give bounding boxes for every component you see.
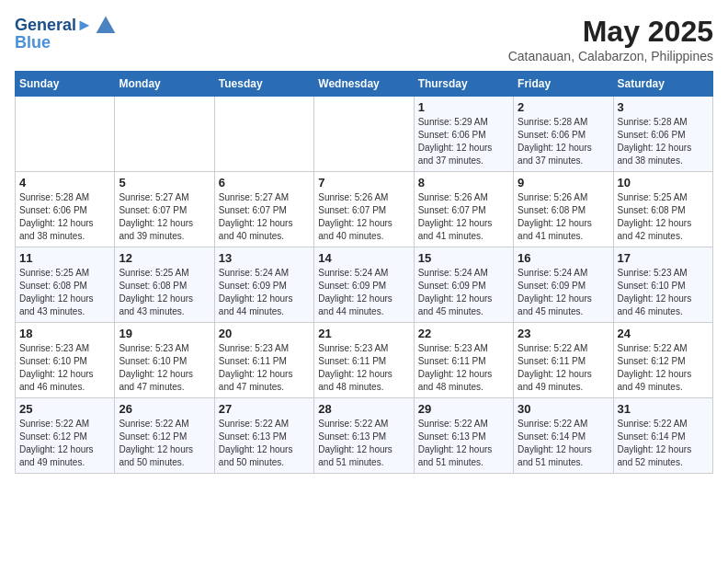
calendar-cell: 6Sunrise: 5:27 AM Sunset: 6:07 PM Daylig… <box>214 172 313 247</box>
day-number: 6 <box>219 176 310 190</box>
day-number: 9 <box>518 176 609 190</box>
calendar-header-row: SundayMondayTuesdayWednesdayThursdayFrid… <box>16 72 713 97</box>
day-info: Sunrise: 5:27 AM Sunset: 6:07 PM Dayligh… <box>219 191 310 243</box>
day-number: 5 <box>119 176 210 190</box>
column-header-friday: Friday <box>514 72 613 97</box>
calendar-cell: 3Sunrise: 5:28 AM Sunset: 6:06 PM Daylig… <box>613 97 712 172</box>
title-area: May 2025 Catanauan, Calabarzon, Philippi… <box>508 15 713 63</box>
day-number: 23 <box>518 327 609 340</box>
calendar-cell: 22Sunrise: 5:23 AM Sunset: 6:11 PM Dayli… <box>414 323 513 398</box>
day-info: Sunrise: 5:24 AM Sunset: 6:09 PM Dayligh… <box>219 267 310 318</box>
calendar-cell: 31Sunrise: 5:22 AM Sunset: 6:14 PM Dayli… <box>613 398 712 474</box>
day-number: 10 <box>618 176 709 190</box>
day-info: Sunrise: 5:22 AM Sunset: 6:12 PM Dayligh… <box>618 342 709 394</box>
calendar-table: SundayMondayTuesdayWednesdayThursdayFrid… <box>15 71 713 474</box>
day-number: 26 <box>119 402 210 416</box>
day-number: 1 <box>418 100 509 114</box>
calendar-cell: 20Sunrise: 5:23 AM Sunset: 6:11 PM Dayli… <box>214 323 313 398</box>
day-info: Sunrise: 5:23 AM Sunset: 6:11 PM Dayligh… <box>318 342 409 394</box>
calendar-cell: 25Sunrise: 5:22 AM Sunset: 6:12 PM Dayli… <box>16 398 115 474</box>
day-info: Sunrise: 5:26 AM Sunset: 6:08 PM Dayligh… <box>518 191 609 243</box>
column-header-wednesday: Wednesday <box>314 72 414 97</box>
day-number: 25 <box>19 402 110 416</box>
calendar-cell: 15Sunrise: 5:24 AM Sunset: 6:09 PM Dayli… <box>414 247 513 323</box>
calendar-cell <box>115 97 214 172</box>
day-number: 31 <box>618 402 709 416</box>
calendar-cell: 19Sunrise: 5:23 AM Sunset: 6:10 PM Dayli… <box>115 323 214 398</box>
calendar-week-row: 4Sunrise: 5:28 AM Sunset: 6:06 PM Daylig… <box>16 172 713 247</box>
logo: General► Blue <box>15 15 117 52</box>
calendar-cell: 27Sunrise: 5:22 AM Sunset: 6:13 PM Dayli… <box>214 398 313 474</box>
day-info: Sunrise: 5:28 AM Sunset: 6:06 PM Dayligh… <box>618 116 709 167</box>
calendar-week-row: 18Sunrise: 5:23 AM Sunset: 6:10 PM Dayli… <box>16 323 713 398</box>
day-number: 20 <box>219 327 310 340</box>
day-info: Sunrise: 5:23 AM Sunset: 6:11 PM Dayligh… <box>219 342 310 394</box>
calendar-cell: 11Sunrise: 5:25 AM Sunset: 6:08 PM Dayli… <box>16 247 115 323</box>
day-info: Sunrise: 5:24 AM Sunset: 6:09 PM Dayligh… <box>518 267 609 318</box>
calendar-cell: 29Sunrise: 5:22 AM Sunset: 6:13 PM Dayli… <box>414 398 513 474</box>
column-header-saturday: Saturday <box>613 72 712 97</box>
day-info: Sunrise: 5:23 AM Sunset: 6:11 PM Dayligh… <box>418 342 509 394</box>
day-number: 17 <box>618 251 709 265</box>
svg-marker-0 <box>96 17 115 33</box>
calendar-cell: 14Sunrise: 5:24 AM Sunset: 6:09 PM Dayli… <box>314 247 414 323</box>
column-header-thursday: Thursday <box>414 72 513 97</box>
logo-icon <box>95 15 117 37</box>
day-info: Sunrise: 5:26 AM Sunset: 6:07 PM Dayligh… <box>418 191 509 243</box>
day-number: 24 <box>618 327 709 340</box>
day-number: 11 <box>19 251 110 265</box>
calendar-cell: 7Sunrise: 5:26 AM Sunset: 6:07 PM Daylig… <box>314 172 414 247</box>
location-subtitle: Catanauan, Calabarzon, Philippines <box>508 49 713 63</box>
day-number: 2 <box>518 100 609 114</box>
day-number: 7 <box>318 176 409 190</box>
calendar-week-row: 1Sunrise: 5:29 AM Sunset: 6:06 PM Daylig… <box>16 97 713 172</box>
day-info: Sunrise: 5:28 AM Sunset: 6:06 PM Dayligh… <box>518 116 609 167</box>
day-info: Sunrise: 5:22 AM Sunset: 6:11 PM Dayligh… <box>518 342 609 394</box>
day-number: 30 <box>518 402 609 416</box>
day-number: 14 <box>318 251 409 265</box>
calendar-cell <box>16 97 115 172</box>
calendar-cell: 10Sunrise: 5:25 AM Sunset: 6:08 PM Dayli… <box>613 172 712 247</box>
day-number: 12 <box>119 251 210 265</box>
day-info: Sunrise: 5:22 AM Sunset: 6:14 PM Dayligh… <box>518 418 609 469</box>
day-number: 19 <box>119 327 210 340</box>
day-number: 4 <box>19 176 110 190</box>
calendar-cell <box>314 97 414 172</box>
day-info: Sunrise: 5:24 AM Sunset: 6:09 PM Dayligh… <box>418 267 509 318</box>
calendar-cell: 5Sunrise: 5:27 AM Sunset: 6:07 PM Daylig… <box>115 172 214 247</box>
day-info: Sunrise: 5:23 AM Sunset: 6:10 PM Dayligh… <box>618 267 709 318</box>
day-info: Sunrise: 5:22 AM Sunset: 6:13 PM Dayligh… <box>219 418 310 469</box>
calendar-cell <box>214 97 313 172</box>
day-info: Sunrise: 5:22 AM Sunset: 6:12 PM Dayligh… <box>19 418 110 469</box>
calendar-cell: 16Sunrise: 5:24 AM Sunset: 6:09 PM Dayli… <box>514 247 613 323</box>
day-info: Sunrise: 5:25 AM Sunset: 6:08 PM Dayligh… <box>19 267 110 318</box>
calendar-cell: 18Sunrise: 5:23 AM Sunset: 6:10 PM Dayli… <box>16 323 115 398</box>
day-number: 16 <box>518 251 609 265</box>
calendar-cell: 28Sunrise: 5:22 AM Sunset: 6:13 PM Dayli… <box>314 398 414 474</box>
calendar-cell: 8Sunrise: 5:26 AM Sunset: 6:07 PM Daylig… <box>414 172 513 247</box>
calendar-cell: 13Sunrise: 5:24 AM Sunset: 6:09 PM Dayli… <box>214 247 313 323</box>
calendar-week-row: 25Sunrise: 5:22 AM Sunset: 6:12 PM Dayli… <box>16 398 713 474</box>
calendar-cell: 30Sunrise: 5:22 AM Sunset: 6:14 PM Dayli… <box>514 398 613 474</box>
calendar-cell: 24Sunrise: 5:22 AM Sunset: 6:12 PM Dayli… <box>613 323 712 398</box>
day-number: 3 <box>618 100 709 114</box>
day-info: Sunrise: 5:22 AM Sunset: 6:13 PM Dayligh… <box>418 418 509 469</box>
calendar-week-row: 11Sunrise: 5:25 AM Sunset: 6:08 PM Dayli… <box>16 247 713 323</box>
day-info: Sunrise: 5:22 AM Sunset: 6:13 PM Dayligh… <box>318 418 409 469</box>
day-info: Sunrise: 5:25 AM Sunset: 6:08 PM Dayligh… <box>119 267 210 318</box>
calendar-cell: 12Sunrise: 5:25 AM Sunset: 6:08 PM Dayli… <box>115 247 214 323</box>
day-info: Sunrise: 5:26 AM Sunset: 6:07 PM Dayligh… <box>318 191 409 243</box>
calendar-cell: 2Sunrise: 5:28 AM Sunset: 6:06 PM Daylig… <box>514 97 613 172</box>
day-number: 18 <box>19 327 110 340</box>
day-number: 22 <box>418 327 509 340</box>
month-title: May 2025 <box>508 15 713 49</box>
day-info: Sunrise: 5:25 AM Sunset: 6:08 PM Dayligh… <box>618 191 709 243</box>
calendar-cell: 1Sunrise: 5:29 AM Sunset: 6:06 PM Daylig… <box>414 97 513 172</box>
day-info: Sunrise: 5:23 AM Sunset: 6:10 PM Dayligh… <box>19 342 110 394</box>
day-info: Sunrise: 5:23 AM Sunset: 6:10 PM Dayligh… <box>119 342 210 394</box>
day-number: 29 <box>418 402 509 416</box>
day-number: 28 <box>318 402 409 416</box>
calendar-cell: 21Sunrise: 5:23 AM Sunset: 6:11 PM Dayli… <box>314 323 414 398</box>
calendar-cell: 26Sunrise: 5:22 AM Sunset: 6:12 PM Dayli… <box>115 398 214 474</box>
calendar-cell: 4Sunrise: 5:28 AM Sunset: 6:06 PM Daylig… <box>16 172 115 247</box>
